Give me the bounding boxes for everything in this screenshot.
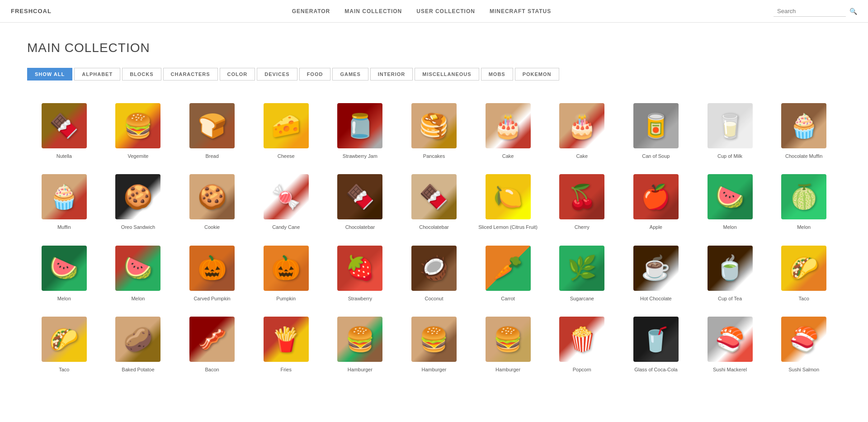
- list-item[interactable]: 🍒 Cherry: [545, 166, 619, 237]
- item-label: Cup of Milk: [717, 153, 742, 160]
- search-input[interactable]: [774, 6, 846, 17]
- list-item[interactable]: 🍪 Cookie: [175, 166, 249, 237]
- list-item[interactable]: 🍈 Melon: [767, 166, 841, 237]
- nav-generator[interactable]: GENERATOR: [292, 8, 330, 14]
- item-image: 🌮: [42, 317, 87, 362]
- list-item[interactable]: 🍉 Melon: [693, 166, 767, 237]
- filter-tabs: SHOW ALL ALPHABET BLOCKS CHARACTERS COLO…: [27, 68, 841, 81]
- item-label: Melon: [797, 224, 811, 231]
- item-image: 🥔: [115, 317, 160, 362]
- page-title: MAIN COLLECTION: [27, 41, 841, 55]
- filter-alphabet[interactable]: ALPHABET: [74, 68, 120, 81]
- item-label: Baked Potatoe: [122, 366, 154, 373]
- list-item[interactable]: 🍔 Hamburger: [471, 308, 545, 379]
- list-item[interactable]: 🍉 Melon: [101, 237, 175, 308]
- item-label: Cake: [576, 153, 588, 160]
- filter-characters[interactable]: CHARACTERS: [163, 68, 218, 81]
- item-image: 🥞: [411, 103, 457, 148]
- list-item[interactable]: 🌿 Sugarcane: [545, 237, 619, 308]
- filter-blocks[interactable]: BLOCKS: [122, 68, 161, 81]
- item-image: 🍉: [42, 246, 87, 291]
- list-item[interactable]: 🍞 Bread: [175, 95, 249, 166]
- list-item[interactable]: 🥞 Pancakes: [397, 95, 471, 166]
- filter-food[interactable]: FOOD: [299, 68, 331, 81]
- list-item[interactable]: 🍬 Candy Cane: [249, 166, 323, 237]
- item-image: 🍞: [189, 103, 235, 148]
- filter-pokemon[interactable]: POKEMON: [515, 68, 559, 81]
- list-item[interactable]: 🍪 Oreo Sandwich: [101, 166, 175, 237]
- list-item[interactable]: 🧁 Chocolate Muffin: [767, 95, 841, 166]
- list-item[interactable]: 🍔 Vegemite: [101, 95, 175, 166]
- list-item[interactable]: 🫙 Strawberry Jam: [323, 95, 397, 166]
- list-item[interactable]: 🍵 Cup of Tea: [693, 237, 767, 308]
- filter-interior[interactable]: INTERIOR: [370, 68, 413, 81]
- item-label: Apple: [650, 224, 662, 231]
- item-label: Strawberry Jam: [343, 153, 377, 160]
- list-item[interactable]: 🧀 Cheese: [249, 95, 323, 166]
- item-label: Carved Pumpkin: [193, 295, 230, 302]
- list-item[interactable]: 🥔 Baked Potatoe: [101, 308, 175, 379]
- filter-show-all[interactable]: SHOW ALL: [27, 68, 72, 81]
- item-label: Cheese: [278, 153, 295, 160]
- item-label: Candy Cane: [272, 224, 300, 231]
- nav-user-collection[interactable]: USER COLLECTION: [416, 8, 475, 14]
- list-item[interactable]: 🍔 Hamburger: [397, 308, 471, 379]
- list-item[interactable]: 🍋 Sliced Lemon (Citrus Fruit): [471, 166, 545, 237]
- item-label: Sliced Lemon (Citrus Fruit): [478, 224, 538, 231]
- list-item[interactable]: 🧁 Muffin: [27, 166, 101, 237]
- filter-mobs[interactable]: MOBS: [481, 68, 513, 81]
- list-item[interactable]: 🎂 Cake: [545, 95, 619, 166]
- filter-devices[interactable]: DEVICES: [257, 68, 297, 81]
- list-item[interactable]: 🎂 Cake: [471, 95, 545, 166]
- nav-minecraft-status[interactable]: MINECRAFT STATUS: [490, 8, 551, 14]
- list-item[interactable]: 🥓 Bacon: [175, 308, 249, 379]
- item-label: Muffin: [57, 224, 71, 231]
- list-item[interactable]: 🍿 Popcorn: [545, 308, 619, 379]
- item-image: 🥛: [708, 103, 753, 148]
- list-item[interactable]: 🍫 Chocolatebar: [397, 166, 471, 237]
- filter-miscellaneous[interactable]: MISCELLANEOUS: [415, 68, 479, 81]
- nav-links: GENERATOR MAIN COLLECTION USER COLLECTIO…: [70, 8, 774, 14]
- item-label: Taco: [59, 366, 69, 373]
- filter-games[interactable]: GAMES: [332, 68, 368, 81]
- list-item[interactable]: 🥕 Carrot: [471, 237, 545, 308]
- item-label: Fries: [280, 366, 291, 373]
- item-label: Chocolatebar: [345, 224, 375, 231]
- list-item[interactable]: 🍔 Hamburger: [323, 308, 397, 379]
- list-item[interactable]: 🌮 Taco: [27, 308, 101, 379]
- item-image: 🥕: [486, 246, 531, 291]
- list-item[interactable]: 🍓 Strawberry: [323, 237, 397, 308]
- search-icon[interactable]: 🔍: [849, 8, 857, 15]
- list-item[interactable]: 🥤 Glass of Coca-Cola: [619, 308, 693, 379]
- list-item[interactable]: 🌮 Taco: [767, 237, 841, 308]
- list-item[interactable]: 🍟 Fries: [249, 308, 323, 379]
- list-item[interactable]: 🥫 Can of Soup: [619, 95, 693, 166]
- item-image: 🍔: [337, 317, 382, 362]
- item-label: Bread: [205, 153, 218, 160]
- list-item[interactable]: 🍎 Apple: [619, 166, 693, 237]
- item-image: 🥓: [189, 317, 235, 362]
- list-item[interactable]: 🥛 Cup of Milk: [693, 95, 767, 166]
- item-label: Chocolatebar: [419, 224, 448, 231]
- list-item[interactable]: 🥥 Coconut: [397, 237, 471, 308]
- list-item[interactable]: 🍣 Sushi Salmon: [767, 308, 841, 379]
- list-item[interactable]: ☕ Hot Chocolate: [619, 237, 693, 308]
- item-image: 🍎: [633, 174, 679, 219]
- list-item[interactable]: 🍫 Chocolatebar: [323, 166, 397, 237]
- list-item[interactable]: 🍫 Nutella: [27, 95, 101, 166]
- item-label: Hamburger: [421, 366, 446, 373]
- item-image: 🥫: [633, 103, 679, 148]
- nav-main-collection[interactable]: MAIN COLLECTION: [344, 8, 402, 14]
- list-item[interactable]: 🍉 Melon: [27, 237, 101, 308]
- item-label: Melon: [723, 224, 737, 231]
- item-label: Taco: [799, 295, 809, 302]
- main-content: MAIN COLLECTION SHOW ALL ALPHABET BLOCKS…: [0, 23, 868, 398]
- item-image: 🥤: [633, 317, 679, 362]
- items-grid: 🍫 Nutella 🍔 Vegemite 🍞 Bread 🧀 Cheese 🫙 …: [27, 95, 841, 380]
- list-item[interactable]: 🎃 Carved Pumpkin: [175, 237, 249, 308]
- filter-color[interactable]: COLOR: [220, 68, 255, 81]
- list-item[interactable]: 🎃 Pumpkin: [249, 237, 323, 308]
- item-image: 🧁: [781, 103, 826, 148]
- list-item[interactable]: 🍣 Sushi Mackerel: [693, 308, 767, 379]
- item-label: Pumpkin: [276, 295, 296, 302]
